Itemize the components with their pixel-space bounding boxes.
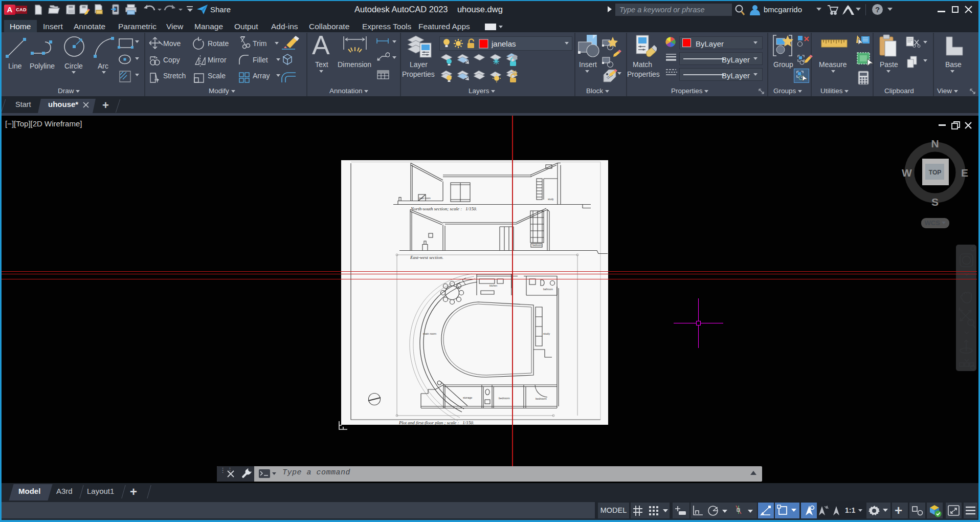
svg-text:N: N: [931, 138, 939, 149]
svg-text:East-west section.: East-west section.: [410, 255, 443, 260]
svg-text:North-south section; scale :: North-south section; scale : 1/150.: [410, 206, 477, 211]
svg-text:Plot and first-floor plan ; sc: Plot and first-floor plan ; scale : 1/15…: [398, 420, 474, 425]
svg-text:W: W: [902, 167, 912, 179]
svg-text:bedroom: bedroom: [536, 397, 547, 400]
svg-text:study: study: [548, 198, 554, 201]
svg-text:study: study: [543, 332, 550, 335]
svg-text:bedroom: bedroom: [499, 397, 510, 400]
svg-text:S: S: [931, 196, 939, 208]
svg-text:main room: main room: [423, 332, 436, 335]
svg-text:kitchen: kitchen: [489, 285, 498, 287]
svg-text:TOP: TOP: [929, 169, 941, 176]
svg-text:E: E: [961, 167, 968, 179]
svg-text:bathroom: bathroom: [543, 288, 553, 291]
svg-text:storage: storage: [463, 396, 472, 399]
svg-text:main room: main room: [419, 197, 431, 200]
svg-text:bedroom: bedroom: [532, 244, 542, 247]
